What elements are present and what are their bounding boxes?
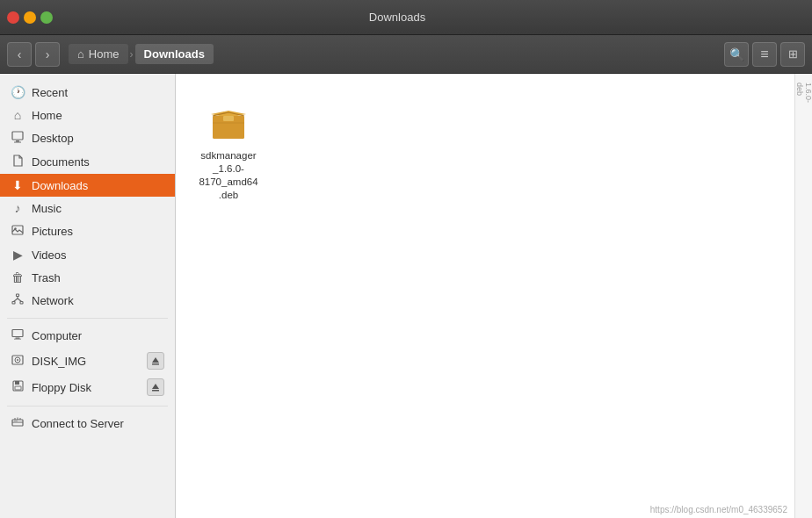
home-icon: ⌂ [77, 47, 84, 61]
svg-point-26 [14, 421, 15, 421]
svg-point-16 [17, 359, 18, 361]
sidebar-item-trash-label: Trash [32, 271, 61, 284]
breadcrumb-downloads-label: Downloads [144, 47, 205, 61]
breadcrumb-downloads[interactable]: Downloads [135, 44, 214, 64]
sidebar-divider-2 [7, 406, 168, 406]
titlebar: Downloads [0, 0, 812, 35]
disk-img-icon [11, 354, 25, 369]
sidebar-item-documents[interactable]: Documents [0, 150, 175, 174]
search-icon: 🔍 [729, 47, 744, 61]
sidebar-item-desktop-label: Desktop [32, 132, 74, 145]
svg-rect-6 [12, 302, 15, 305]
breadcrumb: ⌂ Home › Downloads [69, 44, 715, 64]
grid-view-icon: ⊞ [788, 47, 798, 61]
svg-rect-21 [15, 386, 21, 390]
desktop-icon [11, 131, 25, 146]
right-panel: 1.6.0-deb [794, 74, 812, 518]
svg-rect-5 [17, 294, 19, 297]
sidebar-item-computer[interactable]: Computer [0, 324, 175, 348]
eject-icon [151, 356, 160, 365]
svg-rect-12 [16, 338, 20, 339]
sidebar-divider-1 [7, 318, 168, 319]
svg-rect-23 [152, 390, 159, 392]
file-icon-sdkmanager [204, 97, 253, 146]
documents-icon [11, 155, 25, 169]
svg-rect-7 [20, 302, 23, 305]
file-label-sdkmanager: sdkmanager_1.6.0-8170_amd64.deb [199, 149, 258, 202]
svg-rect-1 [16, 140, 19, 142]
toolbar: ‹ › ⌂ Home › Downloads 🔍 ≡ ⊞ [0, 35, 812, 74]
sidebar-item-disk-img[interactable]: DISK_IMG [0, 348, 175, 374]
sidebar-item-recent-label: Recent [32, 86, 68, 99]
svg-line-9 [14, 299, 18, 302]
breadcrumb-separator: › [130, 48, 134, 61]
sidebar-item-network-label: Network [32, 294, 74, 307]
back-icon: ‹ [18, 47, 22, 61]
sidebar-item-downloads-label: Downloads [32, 179, 88, 192]
downloads-icon: ⬇ [11, 178, 25, 192]
list-view-button[interactable]: ≡ [752, 42, 777, 67]
computer-icon [11, 328, 25, 343]
svg-rect-18 [152, 363, 159, 365]
toolbar-actions: 🔍 ≡ ⊞ [724, 42, 805, 67]
grid-view-button[interactable]: ⊞ [780, 42, 805, 67]
sidebar-item-computer-label: Computer [32, 329, 82, 342]
pictures-icon [11, 224, 25, 239]
home-icon: ⌂ [11, 108, 25, 122]
svg-point-27 [16, 421, 17, 421]
videos-icon: ▶ [11, 248, 25, 262]
sidebar-item-videos-label: Videos [32, 248, 67, 262]
sidebar-item-documents-label: Documents [32, 155, 90, 169]
sidebar-item-desktop[interactable]: Desktop [0, 126, 175, 150]
svg-rect-0 [12, 132, 23, 140]
sidebar-item-pictures[interactable]: Pictures [0, 219, 175, 243]
statusbar: https://blog.csdn.net/m0_46339652 [619, 500, 794, 518]
main-area: 🕐 Recent ⌂ Home Desktop [0, 74, 812, 518]
search-button[interactable]: 🔍 [724, 42, 749, 67]
right-panel-text: 1.6.0-deb [795, 83, 813, 103]
sidebar-item-connect-server-label: Connect to Server [32, 417, 124, 430]
sidebar-item-home-label: Home [32, 109, 62, 122]
file-grid: sdkmanager_1.6.0-8170_amd64.deb [193, 91, 777, 207]
sidebar-item-trash[interactable]: 🗑 Trash [0, 266, 175, 289]
forward-icon: › [46, 47, 50, 61]
disk-img-eject-button[interactable] [147, 352, 164, 370]
sidebar-item-connect-server[interactable]: Connect to Server [0, 412, 175, 435]
eject-icon-2 [151, 383, 160, 392]
trash-icon: 🗑 [11, 270, 25, 284]
file-item-sdkmanager[interactable]: sdkmanager_1.6.0-8170_amd64.deb [193, 91, 264, 207]
floppy-eject-button[interactable] [147, 378, 164, 396]
recent-icon: 🕐 [11, 85, 25, 99]
breadcrumb-home[interactable]: ⌂ Home [69, 44, 128, 64]
svg-rect-33 [223, 116, 234, 121]
sidebar: 🕐 Recent ⌂ Home Desktop [0, 74, 176, 518]
sidebar-item-home[interactable]: ⌂ Home [0, 104, 175, 126]
sidebar-item-pictures-label: Pictures [32, 225, 73, 238]
sidebar-item-network[interactable]: Network [0, 289, 175, 313]
svg-marker-22 [152, 384, 159, 389]
sidebar-item-floppy-label: Floppy Disk [32, 381, 91, 394]
network-icon [11, 293, 25, 308]
forward-button[interactable]: › [35, 42, 60, 67]
connect-server-icon [11, 416, 25, 431]
sidebar-item-disk-img-label: DISK_IMG [32, 355, 86, 368]
statusbar-text: https://blog.csdn.net/m0_46339652 [650, 505, 787, 514]
sidebar-item-music-label: Music [32, 202, 62, 215]
svg-rect-2 [14, 142, 21, 143]
svg-line-10 [18, 299, 22, 302]
svg-rect-20 [15, 381, 19, 385]
sidebar-item-music[interactable]: ♪ Music [0, 197, 175, 219]
svg-rect-13 [14, 339, 21, 340]
list-view-icon: ≡ [760, 47, 768, 62]
back-button[interactable]: ‹ [7, 42, 32, 67]
sidebar-item-floppy[interactable]: Floppy Disk [0, 374, 175, 400]
floppy-icon [11, 380, 25, 394]
sidebar-item-recent[interactable]: 🕐 Recent [0, 81, 175, 104]
svg-marker-17 [152, 357, 159, 363]
breadcrumb-home-label: Home [89, 47, 120, 61]
file-area[interactable]: sdkmanager_1.6.0-8170_amd64.deb https://… [176, 74, 794, 518]
sidebar-item-downloads[interactable]: ⬇ Downloads [0, 174, 175, 197]
svg-rect-11 [12, 330, 23, 337]
sidebar-item-videos[interactable]: ▶ Videos [0, 243, 175, 266]
music-icon: ♪ [11, 201, 25, 215]
